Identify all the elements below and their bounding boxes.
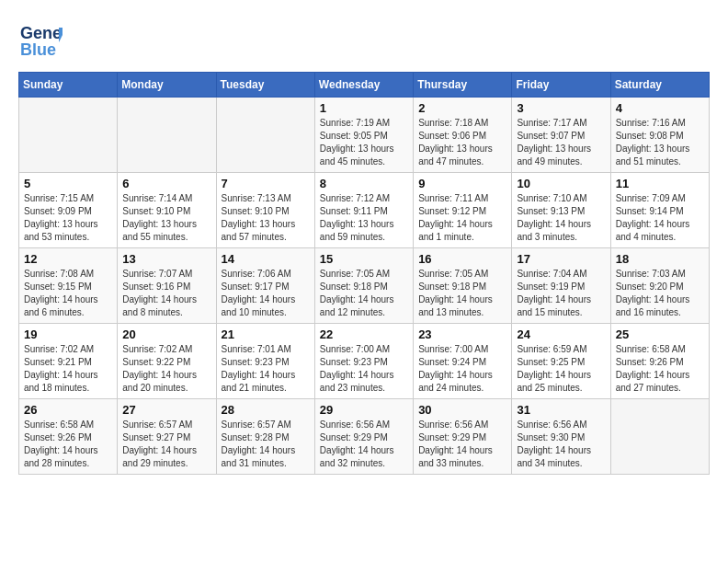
day-info: Sunrise: 6:56 AM Sunset: 9:30 PM Dayligh… [517,419,605,470]
day-info: Sunrise: 6:59 AM Sunset: 9:25 PM Dayligh… [517,343,605,395]
week-row-1: 1Sunrise: 7:19 AM Sunset: 9:05 PM Daylig… [19,98,710,173]
calendar-table: SundayMondayTuesdayWednesdayThursdayFrid… [18,72,710,475]
svg-text:General: General [20,24,63,42]
day-number: 25 [616,327,704,341]
day-number: 12 [24,252,112,266]
calendar-cell [610,399,709,475]
calendar-cell: 11Sunrise: 7:09 AM Sunset: 9:14 PM Dayli… [610,173,709,248]
day-info: Sunrise: 7:00 AM Sunset: 9:24 PM Dayligh… [418,343,506,395]
day-header-saturday: Saturday [610,73,709,98]
calendar-cell: 6Sunrise: 7:14 AM Sunset: 9:10 PM Daylig… [118,173,216,248]
day-info: Sunrise: 7:06 AM Sunset: 9:17 PM Dayligh… [222,268,310,319]
calendar-cell: 27Sunrise: 6:57 AM Sunset: 9:27 PM Dayli… [118,399,216,475]
day-header-sunday: Sunday [19,73,118,98]
day-info: Sunrise: 7:00 AM Sunset: 9:23 PM Dayligh… [320,343,408,395]
svg-text:Blue: Blue [20,40,56,59]
calendar-cell: 2Sunrise: 7:18 AM Sunset: 9:06 PM Daylig… [414,98,512,173]
day-number: 22 [320,327,408,341]
calendar-cell: 9Sunrise: 7:11 AM Sunset: 9:12 PM Daylig… [414,173,512,248]
day-info: Sunrise: 6:56 AM Sunset: 9:29 PM Dayligh… [418,419,506,470]
calendar-cell: 5Sunrise: 7:15 AM Sunset: 9:09 PM Daylig… [19,173,118,248]
day-info: Sunrise: 7:14 AM Sunset: 9:10 PM Dayligh… [122,192,210,244]
day-number: 19 [24,327,112,341]
page-header: General Blue [18,18,710,63]
day-info: Sunrise: 7:18 AM Sunset: 9:06 PM Dayligh… [418,117,506,168]
day-header-wednesday: Wednesday [314,73,413,98]
day-info: Sunrise: 7:16 AM Sunset: 9:08 PM Dayligh… [616,117,704,168]
day-info: Sunrise: 7:04 AM Sunset: 9:19 PM Dayligh… [517,268,605,319]
day-info: Sunrise: 7:01 AM Sunset: 9:23 PM Dayligh… [222,343,310,395]
day-info: Sunrise: 7:12 AM Sunset: 9:11 PM Dayligh… [320,192,408,244]
calendar-cell: 20Sunrise: 7:02 AM Sunset: 9:22 PM Dayli… [118,324,216,399]
day-info: Sunrise: 6:57 AM Sunset: 9:28 PM Dayligh… [222,419,310,470]
calendar-cell: 8Sunrise: 7:12 AM Sunset: 9:11 PM Daylig… [314,173,413,248]
calendar-cell: 16Sunrise: 7:05 AM Sunset: 9:18 PM Dayli… [414,248,512,324]
day-number: 6 [122,177,210,190]
logo-icon: General Blue [18,18,63,63]
calendar-cell: 25Sunrise: 6:58 AM Sunset: 9:26 PM Dayli… [610,324,709,399]
calendar-cell: 23Sunrise: 7:00 AM Sunset: 9:24 PM Dayli… [414,324,512,399]
calendar-cell: 7Sunrise: 7:13 AM Sunset: 9:10 PM Daylig… [216,173,314,248]
day-number: 5 [24,177,112,190]
day-info: Sunrise: 7:07 AM Sunset: 9:16 PM Dayligh… [122,268,210,319]
day-info: Sunrise: 6:58 AM Sunset: 9:26 PM Dayligh… [616,343,704,395]
week-row-5: 26Sunrise: 6:58 AM Sunset: 9:26 PM Dayli… [19,399,710,475]
day-info: Sunrise: 7:09 AM Sunset: 9:14 PM Dayligh… [616,192,704,244]
day-number: 16 [418,252,506,266]
day-info: Sunrise: 7:02 AM Sunset: 9:22 PM Dayligh… [122,343,210,395]
day-info: Sunrise: 6:57 AM Sunset: 9:27 PM Dayligh… [122,419,210,470]
calendar-cell: 29Sunrise: 6:56 AM Sunset: 9:29 PM Dayli… [314,399,413,475]
calendar-cell: 26Sunrise: 6:58 AM Sunset: 9:26 PM Dayli… [19,399,118,475]
day-number: 23 [418,327,506,341]
calendar-cell: 17Sunrise: 7:04 AM Sunset: 9:19 PM Dayli… [512,248,610,324]
day-info: Sunrise: 7:19 AM Sunset: 9:05 PM Dayligh… [320,117,408,168]
day-header-tuesday: Tuesday [216,73,314,98]
calendar-cell: 3Sunrise: 7:17 AM Sunset: 9:07 PM Daylig… [512,98,610,173]
day-number: 8 [320,177,408,190]
day-number: 18 [616,252,704,266]
day-header-friday: Friday [512,73,610,98]
day-number: 20 [122,327,210,341]
day-info: Sunrise: 7:11 AM Sunset: 9:12 PM Dayligh… [418,192,506,244]
day-number: 10 [517,177,605,190]
calendar-cell [19,98,118,173]
day-header-monday: Monday [118,73,216,98]
day-number: 24 [517,327,605,341]
week-row-2: 5Sunrise: 7:15 AM Sunset: 9:09 PM Daylig… [19,173,710,248]
day-number: 13 [122,252,210,266]
day-header-row: SundayMondayTuesdayWednesdayThursdayFrid… [19,73,710,98]
day-info: Sunrise: 7:13 AM Sunset: 9:10 PM Dayligh… [222,192,310,244]
calendar-cell: 24Sunrise: 6:59 AM Sunset: 9:25 PM Dayli… [512,324,610,399]
logo: General Blue [18,18,63,63]
day-number: 2 [418,101,506,115]
calendar-cell: 15Sunrise: 7:05 AM Sunset: 9:18 PM Dayli… [314,248,413,324]
calendar-cell: 28Sunrise: 6:57 AM Sunset: 9:28 PM Dayli… [216,399,314,475]
calendar-cell: 19Sunrise: 7:02 AM Sunset: 9:21 PM Dayli… [19,324,118,399]
day-info: Sunrise: 7:05 AM Sunset: 9:18 PM Dayligh… [320,268,408,319]
day-info: Sunrise: 7:15 AM Sunset: 9:09 PM Dayligh… [24,192,112,244]
calendar-cell [216,98,314,173]
day-number: 3 [517,101,605,115]
day-number: 17 [517,252,605,266]
day-number: 27 [122,403,210,417]
day-number: 14 [222,252,310,266]
day-info: Sunrise: 7:02 AM Sunset: 9:21 PM Dayligh… [24,343,112,395]
day-info: Sunrise: 6:58 AM Sunset: 9:26 PM Dayligh… [24,419,112,470]
day-info: Sunrise: 7:03 AM Sunset: 9:20 PM Dayligh… [616,268,704,319]
calendar-cell: 14Sunrise: 7:06 AM Sunset: 9:17 PM Dayli… [216,248,314,324]
day-number: 28 [222,403,310,417]
day-info: Sunrise: 7:08 AM Sunset: 9:15 PM Dayligh… [24,268,112,319]
calendar-cell: 10Sunrise: 7:10 AM Sunset: 9:13 PM Dayli… [512,173,610,248]
calendar-cell: 18Sunrise: 7:03 AM Sunset: 9:20 PM Dayli… [610,248,709,324]
day-info: Sunrise: 6:56 AM Sunset: 9:29 PM Dayligh… [320,419,408,470]
day-number: 7 [222,177,310,190]
day-info: Sunrise: 7:05 AM Sunset: 9:18 PM Dayligh… [418,268,506,319]
day-number: 26 [24,403,112,417]
calendar-cell [118,98,216,173]
day-number: 11 [616,177,704,190]
week-row-4: 19Sunrise: 7:02 AM Sunset: 9:21 PM Dayli… [19,324,710,399]
week-row-3: 12Sunrise: 7:08 AM Sunset: 9:15 PM Dayli… [19,248,710,324]
calendar-cell: 22Sunrise: 7:00 AM Sunset: 9:23 PM Dayli… [314,324,413,399]
day-number: 9 [418,177,506,190]
day-number: 4 [616,101,704,115]
